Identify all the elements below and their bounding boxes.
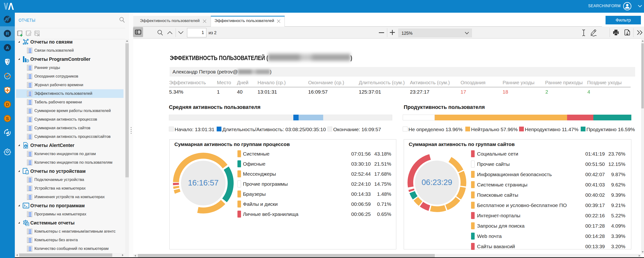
svg-text:S: S — [6, 116, 9, 121]
svg-text:A: A — [6, 45, 9, 50]
svg-text:D: D — [6, 102, 9, 107]
svg-text:R: R — [6, 31, 9, 36]
